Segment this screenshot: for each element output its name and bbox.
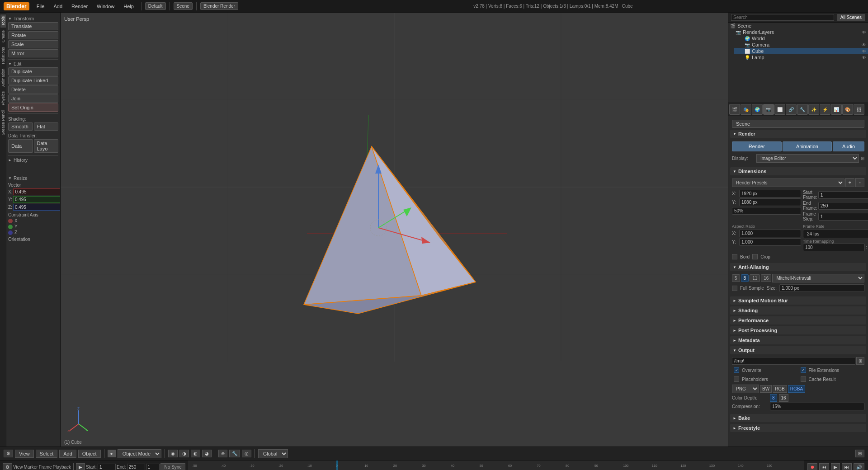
- aa-8-btn[interactable]: 8: [741, 274, 749, 282]
- bake-section-header[interactable]: Bake: [730, 414, 866, 422]
- tab-relations[interactable]: Relations: [0, 45, 6, 66]
- renderlayers-eye[interactable]: 👁: [862, 30, 866, 35]
- outliner-world[interactable]: 🌍 World: [734, 35, 868, 42]
- orientation-select[interactable]: Global: [258, 449, 288, 458]
- data-layo-btn[interactable]: Data Layo: [34, 139, 59, 153]
- aa-11-btn[interactable]: 11: [750, 274, 760, 282]
- tab-data[interactable]: 📊: [831, 104, 842, 115]
- output-section-header[interactable]: Output: [730, 346, 866, 354]
- outliner-scene[interactable]: 🎬 Scene: [728, 23, 868, 29]
- join-btn[interactable]: Join: [8, 94, 58, 103]
- outliner-lamp[interactable]: 💡 Lamp 👁: [734, 54, 868, 61]
- smooth-btn[interactable]: Smooth: [8, 122, 33, 131]
- screen-layout-btn[interactable]: Default: [145, 2, 166, 10]
- format-select[interactable]: PNG: [732, 385, 759, 393]
- snap-btn[interactable]: 🔧: [229, 450, 240, 457]
- tl-end-input[interactable]: [127, 464, 145, 470]
- viewport[interactable]: User Persp: [61, 13, 728, 446]
- rotate-btn[interactable]: Rotate: [8, 31, 58, 39]
- delete-btn[interactable]: Delete: [8, 85, 58, 94]
- start-frame-input[interactable]: [818, 191, 868, 199]
- tl-record-btn[interactable]: ⏺: [807, 463, 817, 470]
- metadata-section-header[interactable]: Metadata: [730, 336, 866, 344]
- frame-step-input[interactable]: [818, 213, 868, 221]
- y-input[interactable]: [13, 196, 60, 203]
- shading-section-header[interactable]: Shading: [730, 306, 866, 315]
- render-section-header[interactable]: Render: [730, 130, 866, 138]
- lamp-eye[interactable]: 👁: [862, 55, 866, 60]
- time-remap-old[interactable]: [803, 244, 865, 251]
- aspect-y-input[interactable]: [739, 238, 801, 246]
- res-y-input[interactable]: [739, 198, 801, 206]
- depth-16-btn[interactable]: 16: [779, 394, 788, 402]
- menu-help[interactable]: Help: [120, 3, 137, 10]
- outliner-renderlayers[interactable]: 📷 RenderLayers 👁: [734, 29, 868, 35]
- tab-create[interactable]: Create: [0, 28, 6, 44]
- camera-eye[interactable]: 👁: [862, 42, 866, 47]
- animation-btn[interactable]: Animation: [783, 141, 832, 151]
- select-menu-btn[interactable]: Select: [36, 450, 58, 458]
- tl-settings-btn[interactable]: ⚙: [3, 463, 12, 470]
- tab-tools[interactable]: Tools: [0, 14, 6, 28]
- scale-btn[interactable]: Scale: [8, 40, 58, 48]
- translate-btn[interactable]: Translate: [8, 22, 58, 30]
- tab-render-props[interactable]: 📷: [763, 104, 774, 115]
- sync-btn[interactable]: No Sync: [160, 463, 186, 470]
- mirror-btn[interactable]: Mirror: [8, 49, 58, 57]
- tab-object[interactable]: ⬜: [774, 104, 785, 115]
- play-btn[interactable]: ▶: [76, 463, 85, 470]
- compression-input[interactable]: [770, 403, 864, 410]
- tl-prev-btn[interactable]: ⏮: [819, 463, 829, 470]
- tl-play-btn[interactable]: ▶: [831, 463, 840, 470]
- tab-world[interactable]: 🌍: [752, 104, 763, 115]
- display-select[interactable]: Image Editor: [756, 154, 859, 163]
- freestyle-section-header[interactable]: Freestyle: [730, 424, 866, 432]
- tab-constraints[interactable]: 🔗: [786, 104, 797, 115]
- history-section-title[interactable]: History: [8, 158, 58, 163]
- object-menu-btn[interactable]: Object: [78, 450, 101, 458]
- render-btn[interactable]: Render: [732, 141, 782, 151]
- tab-particles[interactable]: ✨: [808, 104, 819, 115]
- bord-checkbox[interactable]: [732, 254, 737, 259]
- outliner-tab-all-scenes[interactable]: All Scenes: [837, 14, 865, 21]
- presets-add-btn[interactable]: +: [845, 178, 854, 187]
- aa-5-btn[interactable]: 5: [732, 274, 740, 282]
- manipulator-btn[interactable]: ⊞: [855, 450, 864, 457]
- outliner-camera[interactable]: 📷 Camera 👁: [734, 42, 868, 48]
- outliner-search[interactable]: [731, 14, 834, 21]
- tab-render[interactable]: 🎬: [729, 104, 740, 115]
- aspect-x-input[interactable]: [739, 230, 801, 237]
- tab-physics[interactable]: Physics: [0, 89, 6, 107]
- menu-file[interactable]: File: [33, 3, 48, 10]
- rgb-btn[interactable]: RGB: [773, 385, 787, 393]
- duplicate-btn[interactable]: Duplicate: [8, 67, 58, 75]
- tab-texture[interactable]: 🖼: [854, 104, 864, 115]
- tl-frame-input[interactable]: [146, 464, 160, 470]
- viewport-shade-2[interactable]: ◑: [179, 450, 189, 457]
- mode-select[interactable]: Object Mode: [118, 449, 161, 458]
- tl-next-btn[interactable]: ⏭: [842, 463, 852, 470]
- tab-scene[interactable]: 🎭: [741, 104, 751, 115]
- outliner-cube[interactable]: ⬜ Cube 👁: [734, 48, 868, 54]
- aa-section-header[interactable]: Anti-Aliasing: [730, 263, 866, 271]
- crop-checkbox[interactable]: [752, 254, 758, 259]
- z-input[interactable]: [13, 204, 60, 211]
- res-x-input[interactable]: [739, 190, 801, 197]
- audio-btn[interactable]: Audio: [833, 141, 864, 151]
- tab-greasepencil[interactable]: Grease Pencil: [0, 108, 6, 137]
- file-ext-checkbox[interactable]: ✓: [801, 367, 806, 373]
- depth-8-btn[interactable]: 8: [770, 394, 777, 402]
- bw-btn[interactable]: BW: [760, 385, 772, 393]
- scene-btn[interactable]: Scene: [174, 2, 193, 10]
- dimensions-section-header[interactable]: Dimensions: [730, 167, 866, 175]
- overwrite-checkbox[interactable]: ✓: [734, 367, 739, 373]
- engine-btn[interactable]: Blender Render: [200, 2, 238, 10]
- duplicate-linked-btn[interactable]: Duplicate Linked: [8, 76, 58, 85]
- set-origin-btn[interactable]: Set Origin: [8, 103, 58, 112]
- post-processing-header[interactable]: Post Processing: [730, 326, 866, 334]
- render-presets-select[interactable]: Render Presets: [732, 179, 844, 187]
- viewport-shade-1[interactable]: ◉: [168, 450, 178, 457]
- output-path-input[interactable]: [732, 357, 855, 365]
- full-sample-checkbox[interactable]: [732, 286, 737, 291]
- display-expand[interactable]: ⊞: [861, 156, 864, 161]
